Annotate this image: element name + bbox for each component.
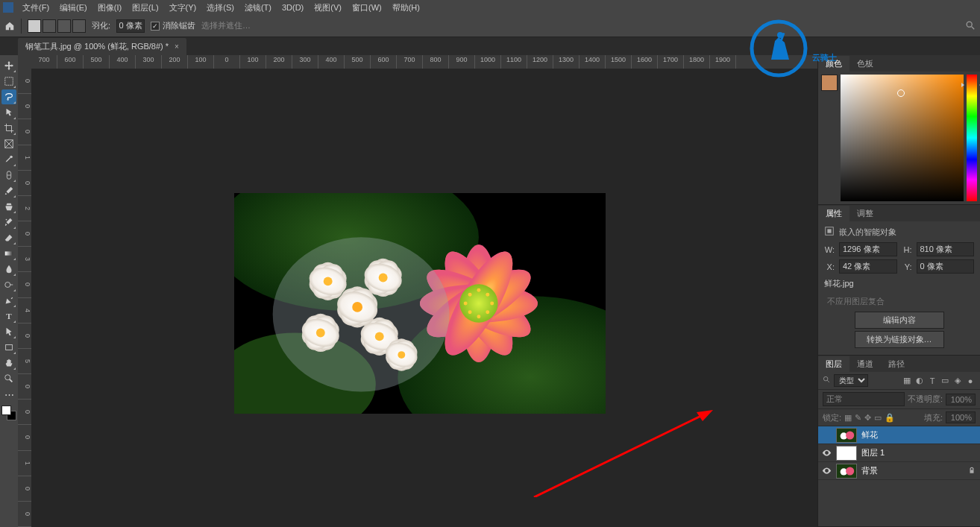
pen-tool[interactable]	[1, 293, 16, 308]
canvas-area[interactable]: 7006005004003002001000100200300400500600…	[18, 55, 817, 527]
lock-trans-icon[interactable]: ▦	[844, 413, 852, 423]
hue-slider-thumb[interactable]	[964, 84, 979, 86]
search-icon[interactable]	[965, 20, 976, 32]
filter-adjust-icon[interactable]: ◐	[914, 376, 925, 386]
marquee-tool[interactable]	[1, 74, 16, 89]
gradient-tool[interactable]	[1, 246, 16, 261]
current-color-swatch[interactable]	[821, 75, 838, 91]
new-selection-icon[interactable]	[28, 19, 41, 33]
opacity-value[interactable]: 100%	[946, 394, 976, 405]
ruler-vertical[interactable]: 000102030405000100	[18, 69, 31, 527]
color-cursor-icon[interactable]	[897, 89, 905, 97]
hue-slider[interactable]	[967, 75, 977, 201]
layer-row[interactable]: 图层 1	[818, 444, 980, 462]
lock-paint-icon[interactable]: ✎	[855, 413, 861, 423]
tab-paths[interactable]: 路径	[881, 356, 912, 372]
document-tab[interactable]: 钢笔工具.jpg @ 100% (鲜花, RGB/8#) * ×	[18, 38, 186, 55]
rectangle-tool[interactable]	[1, 340, 16, 355]
layer-thumbnail[interactable]	[836, 428, 857, 443]
prop-w-value[interactable]: 1296 像素	[839, 242, 897, 256]
svg-point-36	[468, 310, 472, 314]
tab-layers[interactable]: 图层	[818, 356, 849, 373]
edit-contents-button[interactable]: 编辑内容	[855, 312, 944, 329]
lock-label: 锁定:	[823, 412, 841, 423]
menu-3d[interactable]: 3D(D)	[277, 1, 308, 13]
layer-visibility-icon[interactable]	[821, 466, 832, 476]
move-tool[interactable]	[1, 58, 16, 73]
svg-point-33	[490, 302, 494, 306]
prop-x-value[interactable]: 42 像素	[839, 259, 897, 274]
filter-type-icon[interactable]: T	[927, 376, 937, 386]
prop-filename: 鲜花.jpg	[824, 278, 974, 289]
menu-type[interactable]: 文字(Y)	[165, 1, 201, 15]
subtract-selection-icon[interactable]	[57, 19, 71, 33]
prop-y-value[interactable]: 0 像素	[917, 259, 975, 274]
dodge-tool[interactable]	[1, 277, 16, 292]
ruler-horizontal[interactable]: 7006005004003002001000100200300400500600…	[31, 55, 817, 69]
tab-properties[interactable]: 属性	[818, 206, 849, 222]
tab-channels[interactable]: 通道	[849, 356, 881, 372]
fill-value[interactable]: 100%	[946, 411, 976, 423]
antialias-checkbox[interactable]	[151, 22, 160, 31]
menu-file[interactable]: 文件(F)	[18, 1, 54, 15]
tab-swatches[interactable]: 色板	[849, 55, 881, 72]
eyedropper-tool[interactable]	[1, 152, 16, 167]
lock-pos-icon[interactable]: ✥	[864, 413, 871, 423]
tab-adjustments[interactable]: 调整	[849, 205, 881, 221]
feather-input[interactable]	[116, 19, 145, 33]
home-icon[interactable]	[4, 21, 15, 31]
prop-h-value[interactable]: 810 像素	[917, 242, 975, 256]
search-icon[interactable]	[823, 376, 831, 385]
path-select-tool[interactable]	[1, 324, 16, 339]
type-tool[interactable]: T	[1, 309, 16, 324]
close-tab-icon[interactable]: ×	[175, 42, 179, 51]
layer-visibility-icon[interactable]	[821, 430, 832, 441]
convert-linked-button[interactable]: 转换为链接对象…	[855, 331, 944, 348]
brush-tool[interactable]	[1, 183, 16, 198]
blur-tool[interactable]	[1, 262, 16, 277]
add-selection-icon[interactable]	[43, 19, 56, 33]
zoom-tool[interactable]	[1, 371, 16, 386]
menu-window[interactable]: 窗口(W)	[348, 1, 386, 15]
menu-select[interactable]: 选择(S)	[202, 1, 239, 15]
tab-color[interactable]: 颜色	[818, 56, 849, 72]
menu-layer[interactable]: 图层(L)	[128, 1, 163, 15]
healing-tool[interactable]	[1, 168, 16, 183]
edit-toolbar-icon[interactable]: ⋯	[1, 387, 16, 402]
lasso-tool[interactable]	[1, 89, 16, 104]
lock-nest-icon[interactable]: ▭	[874, 413, 882, 423]
menu-help[interactable]: 帮助(H)	[388, 1, 424, 15]
ruler-origin[interactable]	[18, 55, 31, 69]
blend-mode-select[interactable]: 正常	[823, 392, 905, 406]
foreground-color[interactable]	[1, 405, 11, 415]
lock-all-icon[interactable]: 🔒	[885, 413, 895, 423]
menu-filter[interactable]: 滤镜(T)	[240, 1, 276, 15]
layer-filter-type[interactable]: 类型	[834, 374, 868, 387]
layer-thumbnail[interactable]	[836, 464, 857, 479]
history-brush-tool[interactable]	[1, 215, 16, 230]
filter-smart-icon[interactable]: ◈	[952, 376, 963, 386]
filter-shape-icon[interactable]: ▭	[940, 376, 950, 386]
clone-stamp-tool[interactable]	[1, 199, 16, 214]
hand-tool[interactable]	[1, 356, 16, 370]
quick-select-tool[interactable]	[1, 105, 16, 120]
eraser-tool[interactable]	[1, 230, 16, 245]
layer-visibility-icon[interactable]	[821, 448, 832, 458]
document-canvas[interactable]	[234, 193, 606, 414]
filter-toggle-icon[interactable]: ●	[965, 376, 976, 386]
intersect-selection-icon[interactable]	[72, 19, 86, 33]
options-bar: 羽化: 消除锯齿 选择并遮住…	[0, 15, 980, 37]
filter-pixel-icon[interactable]: ▦	[902, 376, 912, 386]
select-and-mask-button[interactable]: 选择并遮住…	[201, 20, 251, 31]
crop-tool[interactable]	[1, 121, 16, 136]
layer-row[interactable]: 鲜花	[818, 426, 980, 444]
layer-thumbnail[interactable]	[836, 446, 857, 461]
color-swatches[interactable]	[1, 405, 16, 420]
frame-tool[interactable]	[1, 136, 16, 151]
menu-image[interactable]: 图像(I)	[93, 1, 126, 15]
color-field[interactable]	[841, 75, 964, 201]
layer-row[interactable]: 背景	[818, 462, 980, 480]
menu-edit[interactable]: 编辑(E)	[55, 1, 92, 15]
layer-comp-dropdown[interactable]: 不应用图层复合	[824, 294, 974, 309]
menu-view[interactable]: 视图(V)	[310, 1, 346, 15]
